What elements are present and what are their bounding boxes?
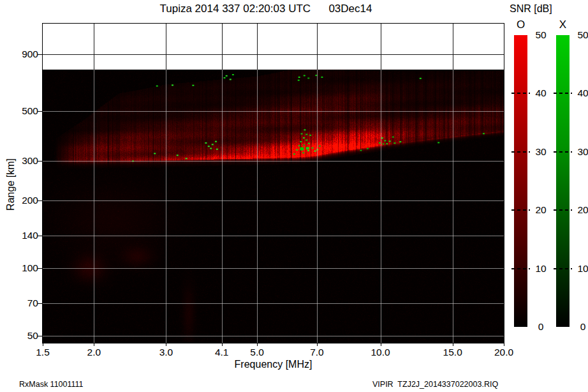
x-tick-label: 7.0 xyxy=(303,347,331,358)
y-tick-label: 900 xyxy=(11,49,38,60)
snr-colorbar-title: SNR [dB] xyxy=(510,3,552,15)
colorbar-tick-dash xyxy=(554,209,572,211)
x-tick-mark xyxy=(222,343,223,346)
x-tick-mark xyxy=(381,343,381,346)
x-tick-mark xyxy=(94,343,94,346)
x-tick-label: 4.1 xyxy=(208,347,236,358)
x-tick-mark xyxy=(504,343,504,346)
x-tick-label: 20.0 xyxy=(490,347,518,358)
y-tick-mark xyxy=(38,200,42,201)
y-tick-label: 50 xyxy=(11,330,38,342)
x-tick-mark xyxy=(166,343,166,346)
x-axis-label: Frequency [MHz] xyxy=(43,359,504,370)
ionogram-plot xyxy=(42,23,504,343)
x-tick-mark xyxy=(317,343,318,346)
o-mode-colorbar xyxy=(514,35,527,327)
colorbar-tick-dash xyxy=(511,151,530,153)
ionogram-page: Tupiza 2014 337 02:20:03 UTC 03Dec14 SNR… xyxy=(0,0,588,392)
colorbar-tick-label: 20 xyxy=(577,204,588,216)
colorbar-tick-label: 40 xyxy=(534,87,547,99)
x-tick-label: 10.0 xyxy=(367,347,395,358)
x-tick-label: 2.0 xyxy=(80,347,108,358)
colorbar-tick-label: 50 xyxy=(534,29,547,41)
colorbar-tick-label: 0 xyxy=(577,321,588,333)
y-tick-label: 100 xyxy=(11,262,38,274)
colorbar-tick-dash xyxy=(554,93,572,94)
x-tick-label: 3.0 xyxy=(152,347,180,358)
colorbar-tick-dash xyxy=(554,268,572,269)
filename-text: VIPIR TZJ2J_2014337022003.RIQ xyxy=(372,380,498,389)
colorbar-tick-dash xyxy=(511,268,530,269)
y-tick-mark xyxy=(38,303,42,304)
colorbar-tick-label: 0 xyxy=(534,321,547,333)
y-tick-label: 200 xyxy=(11,195,38,206)
colorbar-tick-label: 10 xyxy=(534,263,547,275)
colorbar-tick-label: 10 xyxy=(577,263,588,275)
x-tick-label: 1.5 xyxy=(29,347,57,358)
y-tick-mark xyxy=(38,268,42,269)
x-mode-colorbar xyxy=(556,35,570,327)
x-tick-mark xyxy=(453,343,453,346)
colorbar-tick-label: 40 xyxy=(577,87,588,99)
colorbar-tick-label: 20 xyxy=(534,204,547,216)
page-title: Tupiza 2014 337 02:20:03 UTC 03Dec14 xyxy=(24,3,508,15)
x-tick-mark xyxy=(257,343,258,346)
rxmask-text: RxMask 11001111 xyxy=(19,380,84,389)
y-tick-mark xyxy=(38,54,42,55)
x-tick-label: 15.0 xyxy=(439,347,467,358)
colorbar-tick-label: 30 xyxy=(577,146,588,158)
o-mode-label: O xyxy=(514,19,527,31)
y-tick-label: 140 xyxy=(11,230,38,241)
x-mode-label: X xyxy=(556,19,570,31)
y-tick-label: 70 xyxy=(11,298,38,309)
y-tick-label: 500 xyxy=(11,105,38,117)
y-tick-mark xyxy=(38,236,42,236)
y-tick-mark xyxy=(38,336,42,336)
x-tick-label: 5.0 xyxy=(243,347,271,358)
colorbar-tick-dash xyxy=(511,93,530,94)
colorbar-tick-dash xyxy=(554,151,572,153)
colorbar-tick-label: 30 xyxy=(534,146,547,158)
colorbar-tick-label: 50 xyxy=(577,29,588,41)
x-tick-mark xyxy=(43,343,43,346)
ionogram-canvas xyxy=(43,24,504,343)
y-tick-mark xyxy=(38,111,42,112)
y-tick-label: 300 xyxy=(11,155,38,167)
y-tick-mark xyxy=(38,161,42,162)
colorbar-tick-dash xyxy=(511,209,530,211)
